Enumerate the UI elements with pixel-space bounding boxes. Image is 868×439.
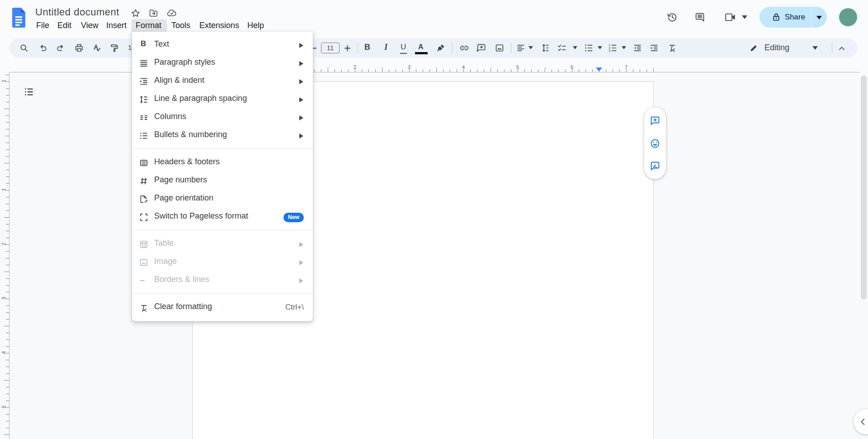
svg-text:3: 3 [609,49,610,53]
